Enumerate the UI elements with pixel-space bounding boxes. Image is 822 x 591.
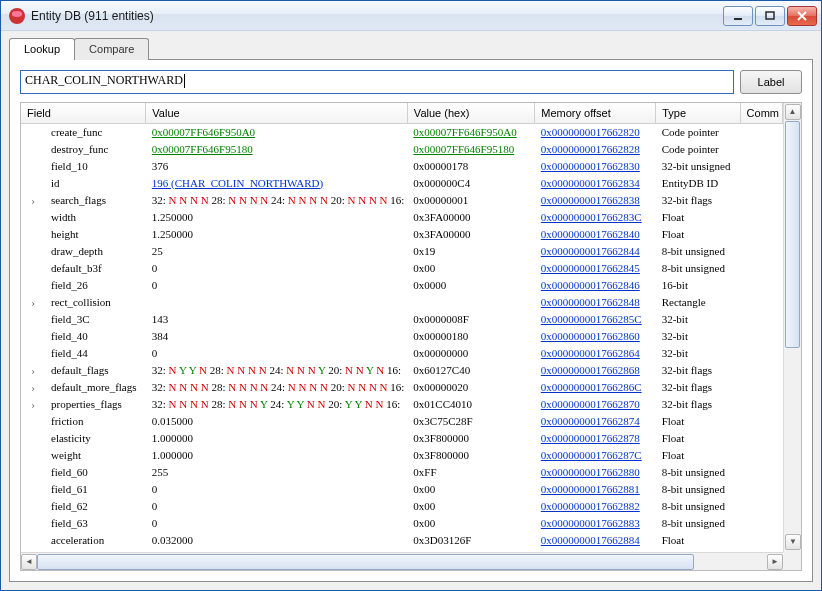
mem-offset-cell[interactable]: 0x0000000017662874 — [535, 412, 656, 429]
expand-icon[interactable]: › — [27, 296, 39, 308]
table-row[interactable]: field_6300x000x00000000176628838-bit uns… — [21, 514, 783, 531]
scroll-down-button[interactable]: ▼ — [785, 534, 801, 550]
value-cell: 0.032000 — [146, 531, 408, 548]
field-cell: acceleration — [21, 531, 146, 548]
tab-compare[interactable]: Compare — [74, 38, 149, 60]
mem-offset-cell[interactable]: 0x0000000017662828 — [535, 140, 656, 157]
mem-offset-cell[interactable]: 0x000000001766287C — [535, 446, 656, 463]
table-row[interactable]: default_b3f00x000x00000000176628458-bit … — [21, 259, 783, 276]
comment-cell — [740, 412, 782, 429]
table-row[interactable]: elasticity1.0000000x3F8000000x0000000017… — [21, 429, 783, 446]
table-row[interactable]: destroy_func0x00007FF646F951800x00007FF6… — [21, 140, 783, 157]
value-cell: 143 — [146, 310, 408, 327]
mem-offset-cell[interactable]: 0x000000001766286C — [535, 378, 656, 395]
field-cell: field_3C — [21, 310, 146, 327]
mem-offset-cell[interactable]: 0x0000000017662880 — [535, 463, 656, 480]
table-row[interactable]: field_2600x00000x000000001766284616-bit — [21, 276, 783, 293]
mem-offset-cell[interactable]: 0x0000000017662884 — [535, 531, 656, 548]
expand-icon[interactable]: › — [27, 381, 39, 393]
table-row[interactable]: ›default_more_flags32: N N N N 28: N N N… — [21, 378, 783, 395]
mem-offset-cell[interactable]: 0x0000000017662882 — [535, 497, 656, 514]
scroll-left-button[interactable]: ◄ — [21, 554, 37, 570]
value-cell: 0 — [146, 497, 408, 514]
col-comm-header[interactable]: Comm — [740, 103, 782, 123]
mem-offset-cell[interactable]: 0x0000000017662834 — [535, 174, 656, 191]
table-row[interactable]: draw_depth250x190x00000000176628448-bit … — [21, 242, 783, 259]
value-cell[interactable]: 196 (CHAR_COLIN_NORTHWARD) — [146, 174, 408, 191]
col-type-header[interactable]: Type — [656, 103, 740, 123]
table-row[interactable]: create_func0x00007FF646F950A00x00007FF64… — [21, 123, 783, 140]
table-row[interactable]: id196 (CHAR_COLIN_NORTHWARD)0x000000C40x… — [21, 174, 783, 191]
table-row[interactable]: field_3C1430x0000008F0x000000001766285C3… — [21, 310, 783, 327]
table-row[interactable]: weight1.0000000x3F8000000x00000000176628… — [21, 446, 783, 463]
label-button[interactable]: Label — [740, 70, 802, 94]
expand-icon[interactable]: › — [27, 364, 39, 376]
comment-cell — [740, 480, 782, 497]
table-row[interactable]: height1.2500000x3FA000000x00000000176628… — [21, 225, 783, 242]
hscroll-track[interactable] — [37, 554, 767, 570]
field-cell: default_b3f — [21, 259, 146, 276]
table-row[interactable]: field_6100x000x00000000176628818-bit uns… — [21, 480, 783, 497]
mem-offset-cell[interactable]: 0x0000000017662846 — [535, 276, 656, 293]
value-cell[interactable]: 0x00007FF646F95180 — [146, 140, 408, 157]
comment-cell — [740, 531, 782, 548]
mem-offset-cell[interactable]: 0x0000000017662860 — [535, 327, 656, 344]
expand-icon[interactable]: › — [27, 194, 39, 206]
table-row[interactable]: ›properties_flags32: N N N N 28: N N N Y… — [21, 395, 783, 412]
mem-offset-cell[interactable]: 0x0000000017662870 — [535, 395, 656, 412]
vscroll-thumb[interactable] — [785, 121, 800, 348]
minimize-button[interactable] — [723, 6, 753, 26]
hscroll-thumb[interactable] — [37, 554, 694, 570]
vscroll-track[interactable] — [785, 121, 800, 534]
mem-offset-cell[interactable]: 0x0000000017662878 — [535, 429, 656, 446]
search-input[interactable]: CHAR_COLIN_NORTHWARD — [20, 70, 734, 94]
table-row[interactable]: friction0.0150000x3C75C28F0x000000001766… — [21, 412, 783, 429]
mem-offset-cell[interactable]: 0x0000000017662830 — [535, 157, 656, 174]
field-name: elasticity — [39, 432, 91, 444]
vertical-scrollbar[interactable]: ▲ ▼ — [783, 103, 801, 552]
tab-lookup[interactable]: Lookup — [9, 38, 75, 60]
mem-offset-cell[interactable]: 0x0000000017662864 — [535, 344, 656, 361]
field-name: properties_flags — [39, 398, 122, 410]
mem-offset-cell[interactable]: 0x0000000017662881 — [535, 480, 656, 497]
hex-cell: 0x00 — [407, 497, 534, 514]
mem-offset-cell[interactable]: 0x000000001766285C — [535, 310, 656, 327]
field-name: field_62 — [39, 500, 88, 512]
table-row[interactable]: field_6200x000x00000000176628828-bit uns… — [21, 497, 783, 514]
table-row[interactable]: width1.2500000x3FA000000x000000001766283… — [21, 208, 783, 225]
mem-offset-cell[interactable]: 0x0000000017662844 — [535, 242, 656, 259]
table-row[interactable]: acceleration0.0320000x3D03126F0x00000000… — [21, 531, 783, 548]
close-button[interactable] — [787, 6, 817, 26]
col-field-header[interactable]: Field — [21, 103, 146, 123]
scroll-right-button[interactable]: ► — [767, 554, 783, 570]
table-row[interactable]: field_4400x000000000x000000001766286432-… — [21, 344, 783, 361]
mem-offset-cell[interactable]: 0x0000000017662820 — [535, 123, 656, 140]
table-row[interactable]: field_602550xFF0x00000000176628808-bit u… — [21, 463, 783, 480]
col-hex-header[interactable]: Value (hex) — [407, 103, 534, 123]
table-row[interactable]: field_403840x000001800x00000000176628603… — [21, 327, 783, 344]
hex-cell[interactable]: 0x00007FF646F950A0 — [407, 123, 534, 140]
expand-icon[interactable]: › — [27, 398, 39, 410]
mem-offset-cell[interactable]: 0x0000000017662868 — [535, 361, 656, 378]
scroll-up-button[interactable]: ▲ — [785, 104, 801, 120]
maximize-button[interactable] — [755, 6, 785, 26]
col-mem-header[interactable]: Memory offset — [535, 103, 656, 123]
horizontal-scrollbar[interactable]: ◄ ► — [21, 552, 783, 570]
table-row[interactable]: ›search_flags32: N N N N 28: N N N N 24:… — [21, 191, 783, 208]
mem-offset-cell[interactable]: 0x0000000017662838 — [535, 191, 656, 208]
mem-offset-cell[interactable]: 0x0000000017662845 — [535, 259, 656, 276]
table-row[interactable]: ›rect_collision0x0000000017662848Rectang… — [21, 293, 783, 310]
table-row[interactable]: ›default_flags32: N Y Y N 28: N N N N 24… — [21, 361, 783, 378]
table-scroll[interactable]: Field Value Value (hex) Memory offset Ty… — [21, 103, 783, 552]
mem-offset-cell[interactable]: 0x000000001766283C — [535, 208, 656, 225]
field-name: default_flags — [39, 364, 108, 376]
mem-offset-cell[interactable]: 0x0000000017662883 — [535, 514, 656, 531]
mem-offset-cell[interactable]: 0x0000000017662840 — [535, 225, 656, 242]
col-value-header[interactable]: Value — [146, 103, 408, 123]
hex-cell[interactable]: 0x00007FF646F95180 — [407, 140, 534, 157]
table-row[interactable]: field_103760x000001780x00000000176628303… — [21, 157, 783, 174]
titlebar[interactable]: Entity DB (911 entities) — [1, 1, 821, 31]
value-cell[interactable]: 0x00007FF646F950A0 — [146, 123, 408, 140]
mem-offset-cell[interactable]: 0x0000000017662848 — [535, 293, 656, 310]
type-cell: Float — [656, 429, 740, 446]
